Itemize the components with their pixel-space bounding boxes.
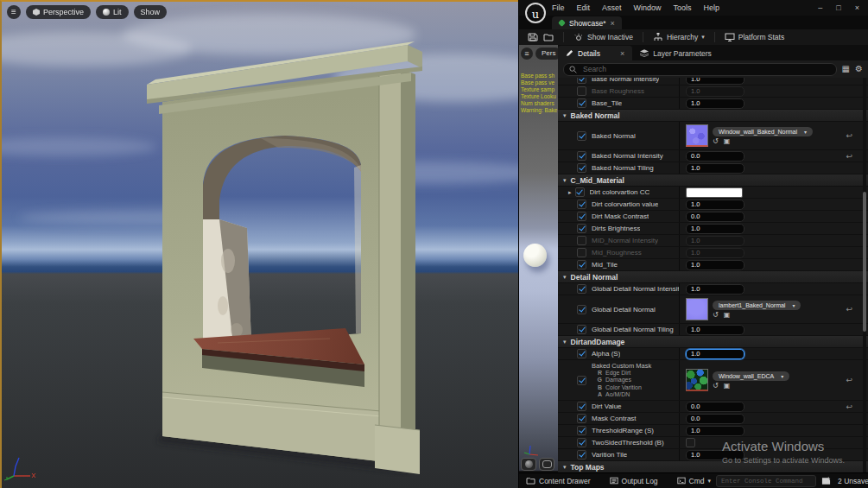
parameter-row[interactable]: ThresholdRange (S)1.0 xyxy=(558,425,868,437)
parameter-checkbox[interactable] xyxy=(577,131,586,141)
value-input[interactable]: 1.0 xyxy=(686,248,744,258)
tab-details[interactable]: Details × xyxy=(558,46,632,60)
unsaved-label[interactable]: 2 Unsaved xyxy=(838,477,868,485)
parameter-row[interactable]: Mid_Roughness1.0 xyxy=(558,247,868,259)
asset-combo[interactable]: lambert1_Baked_Normal▾ xyxy=(713,301,801,310)
parameter-checkbox[interactable] xyxy=(577,438,586,447)
value-input[interactable]: 1.0 xyxy=(686,450,744,460)
reset-icon[interactable]: ↩ xyxy=(846,152,852,161)
parameter-row[interactable]: Base Normal Intensity1.0 xyxy=(558,78,868,86)
maximize-button[interactable]: □ xyxy=(836,3,840,12)
details-tab-close-icon[interactable]: × xyxy=(620,49,624,58)
parameter-checkbox[interactable] xyxy=(577,376,586,385)
parameter-row[interactable]: Global Detail Normal Intensity1.0 xyxy=(558,283,868,295)
reset-icon[interactable]: ↩ xyxy=(846,305,852,314)
value-input[interactable]: 1.0 xyxy=(686,236,744,246)
color-swatch[interactable] xyxy=(686,187,743,198)
platform-stats-button[interactable]: Platform Stats xyxy=(725,33,784,41)
texture-thumbnail[interactable] xyxy=(686,298,708,320)
hierarchy-button[interactable]: Hierarchy ▾ xyxy=(653,33,705,41)
parameter-row[interactable]: Alpha (S)1.0 xyxy=(558,348,868,360)
parameter-checkbox[interactable] xyxy=(577,163,586,173)
parameter-row[interactable]: Baked Custom Mask REdge DirtGDamagesBCol… xyxy=(558,360,868,401)
minimize-button[interactable]: – xyxy=(818,3,822,12)
menu-window[interactable]: Window xyxy=(634,3,662,12)
collapse-arrow-icon[interactable]: ▾ xyxy=(563,112,567,119)
parameter-row[interactable]: Global Detail Normal lambert1_Baked_Norm… xyxy=(558,295,868,324)
preview-viewport[interactable]: ≡ Pers Base pass sh Base pass ve Texture… xyxy=(519,45,558,471)
browse-asset-icon[interactable]: ▣ xyxy=(724,312,731,319)
parameter-row[interactable]: TwoSidedThreshold (B) xyxy=(558,437,868,449)
sphere-shape-button[interactable] xyxy=(521,458,536,471)
parameter-row[interactable]: Dirt Mask Contrast0.0 xyxy=(558,211,868,223)
parameter-row[interactable]: Baked Normal Tiling1.0 xyxy=(558,162,868,174)
search-input[interactable] xyxy=(581,64,831,74)
parameter-row[interactable]: MID_Normal Intensity1.0 xyxy=(558,235,868,247)
parameter-row[interactable]: Dirts Brightness1.0 xyxy=(558,223,868,235)
reset-icon[interactable]: ↩ xyxy=(846,402,852,411)
category-header[interactable]: ▾ Top Maps xyxy=(558,461,868,472)
parameter-row[interactable]: Baked Normal Intensity0.0↩ xyxy=(558,150,868,162)
cmd-button[interactable]: Cmd ▾ xyxy=(677,477,711,485)
viewport-menu-button[interactable]: ≡ xyxy=(7,5,21,19)
parameter-checkbox[interactable] xyxy=(577,450,586,459)
value-input[interactable]: 0.0 xyxy=(686,151,744,162)
parameter-checkbox[interactable] xyxy=(577,200,586,209)
preview-menu-button[interactable]: ≡ xyxy=(521,48,533,60)
use-selected-icon[interactable]: ↺ xyxy=(713,312,719,319)
category-header[interactable]: ▾ DirtandDamage xyxy=(558,336,868,348)
parameter-checkbox[interactable] xyxy=(577,402,586,411)
parameter-row[interactable]: Dirt colorvartion value1.0 xyxy=(558,199,868,211)
texture-thumbnail[interactable] xyxy=(686,369,708,391)
parameter-checkbox[interactable] xyxy=(577,224,586,233)
value-input[interactable]: 1.0 xyxy=(686,78,744,85)
value-input[interactable]: 1.0 xyxy=(686,284,744,295)
parameter-checkbox[interactable] xyxy=(575,187,585,197)
parameter-row[interactable]: Global Detail Normal Tiling1.0 xyxy=(558,324,868,336)
category-header[interactable]: ▾ Detail Normal xyxy=(558,271,868,283)
parameter-row[interactable]: ▸ Dirt colorvartion CC xyxy=(558,187,868,199)
parameter-checkbox[interactable] xyxy=(577,78,586,84)
parameter-row[interactable]: Base Roughness1.0 xyxy=(558,86,868,98)
console-command-input[interactable] xyxy=(716,475,816,487)
value-input[interactable]: 1.0 xyxy=(686,224,744,234)
value-input[interactable]: 1.0 xyxy=(686,200,744,210)
cylinder-shape-button[interactable] xyxy=(539,458,554,471)
asset-combo[interactable]: Window_wall_Baked_Normal▾ xyxy=(713,127,813,136)
parameter-row[interactable]: Mask Contrast0.0 xyxy=(558,413,868,425)
show-button[interactable]: Show xyxy=(134,5,168,19)
save-icon[interactable] xyxy=(528,33,538,41)
tab-close-icon[interactable]: × xyxy=(611,19,615,28)
collapse-arrow-icon[interactable]: ▾ xyxy=(563,177,567,184)
close-button[interactable]: × xyxy=(855,3,859,12)
parameter-row[interactable]: Varition Tile1.0 xyxy=(558,449,868,461)
category-header[interactable]: ▾ C_Mid_Material xyxy=(558,174,868,187)
category-header[interactable]: ▾ Baked Normal xyxy=(558,110,868,122)
browse-content-icon[interactable] xyxy=(543,33,554,41)
collapse-arrow-icon[interactable]: ▾ xyxy=(563,464,567,471)
preview-perspective-label[interactable]: Pers xyxy=(535,48,558,60)
value-input[interactable]: 1.0 xyxy=(686,163,744,174)
value-input[interactable]: 1.0 xyxy=(686,260,744,270)
parameter-row[interactable]: Mid_Tile1.0 xyxy=(558,259,868,271)
lit-button[interactable]: Lit xyxy=(96,5,129,19)
collapse-arrow-icon[interactable]: ▾ xyxy=(563,274,567,281)
parameter-checkbox[interactable] xyxy=(577,248,586,257)
level-viewport[interactable]: ≡ Perspective Lit Show xyxy=(0,0,518,488)
perspective-button[interactable]: Perspective xyxy=(26,5,91,19)
tab-layer-parameters[interactable]: Layer Parameters xyxy=(632,46,719,60)
tab-showcase[interactable]: Showcase* × xyxy=(552,16,622,29)
browse-asset-icon[interactable]: ▣ xyxy=(724,383,731,390)
gear-icon[interactable]: ⚙ xyxy=(855,65,863,73)
menu-asset[interactable]: Asset xyxy=(602,3,622,12)
parameter-checkbox[interactable] xyxy=(577,414,586,423)
parameter-checkbox[interactable] xyxy=(577,151,586,161)
menu-help[interactable]: Help xyxy=(704,3,720,12)
expand-arrow-icon[interactable]: ▸ xyxy=(568,189,572,196)
parameter-checkbox[interactable] xyxy=(577,236,586,245)
use-selected-icon[interactable]: ↺ xyxy=(713,138,719,145)
parameter-checkbox[interactable] xyxy=(577,426,586,435)
parameter-checkbox[interactable] xyxy=(577,98,586,108)
parameter-checkbox[interactable] xyxy=(577,349,586,358)
search-box[interactable] xyxy=(563,63,837,76)
